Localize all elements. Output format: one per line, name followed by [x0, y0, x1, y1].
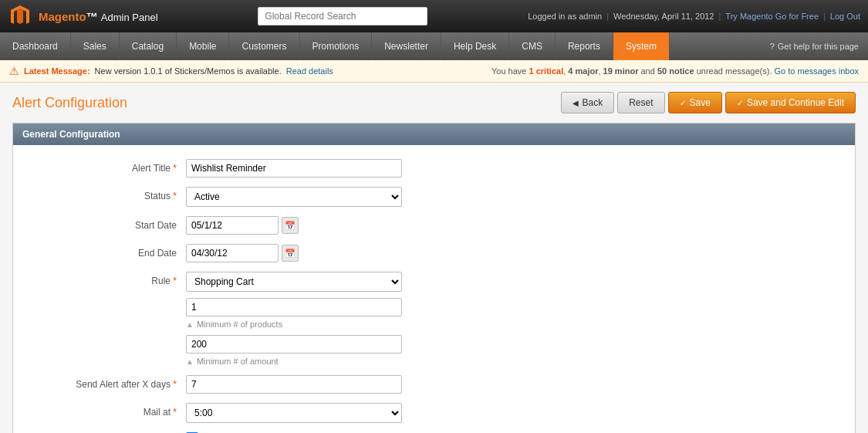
start-date-calendar-button[interactable]: 📅	[282, 217, 299, 234]
nav-item-sales[interactable]: Sales	[71, 32, 120, 60]
logo-magento: Magento	[39, 10, 86, 23]
right-text: You have	[491, 66, 526, 76]
end-date-input[interactable]	[186, 244, 279, 262]
nav-item-reports[interactable]: Reports	[556, 32, 613, 60]
start-date-input[interactable]	[186, 216, 279, 235]
section-header: General Configuration	[13, 123, 855, 145]
rule-field: Shopping Cart Wishlist Other ▲ Minimum #…	[186, 272, 846, 366]
save-label: Save	[690, 97, 711, 108]
hint-arrow-icon: ▲	[186, 320, 194, 329]
page-header: Alert Configuration ◀ Back Reset ✓ Save …	[12, 92, 856, 113]
save-button[interactable]: ✓ Save	[668, 92, 722, 113]
main-nav: Dashboard Sales Catalog Mobile Customers…	[0, 32, 868, 60]
minor-count: 19 minor	[603, 66, 639, 76]
search-input[interactable]	[258, 7, 427, 25]
mail-at-label: Mail at *	[22, 403, 177, 418]
send-after-row: Send Alert after X days *	[13, 370, 855, 398]
no-repeat-row: Do not send the alert twice to the same …	[13, 428, 855, 433]
nav-help[interactable]: ? Get help for this page	[761, 32, 868, 60]
end-date-field: 📅	[186, 244, 846, 262]
rule-label: Rule *	[22, 272, 177, 286]
required-star: *	[173, 163, 177, 174]
required-star: *	[173, 191, 177, 201]
top-bar: Magento™ Admin Panel Logged in as admin …	[0, 0, 868, 32]
rule-row: Rule * Shopping Cart Wishlist Other ▲ Mi…	[13, 267, 855, 370]
reset-label: Reset	[629, 97, 653, 108]
inbox-suffix: unread message(s).	[697, 66, 772, 76]
save-continue-label: Save and Continue Edit	[747, 97, 844, 108]
read-details-link[interactable]: Read details	[286, 66, 333, 76]
min-amount-hint: ▲ Minimum # of amount	[186, 357, 846, 366]
help-label: Get help for this page	[778, 42, 859, 51]
nav-item-dashboard[interactable]: Dashboard	[0, 32, 71, 60]
save-continue-icon: ✓	[737, 99, 743, 107]
action-buttons: ◀ Back Reset ✓ Save ✓ Save and Continue …	[561, 92, 856, 113]
min-products-input[interactable]	[186, 298, 402, 316]
try-magento-link[interactable]: Try Magento Go for Free	[725, 12, 819, 21]
mail-at-row: Mail at * 5:00 6:00 7:00 8:00	[13, 398, 855, 428]
message-text: New version 1.0.1 of Stickers/Memos is a…	[95, 66, 282, 76]
top-right-info: Logged in as admin | Wednesday, April 11…	[528, 12, 860, 21]
logout-link[interactable]: Log Out	[830, 12, 860, 21]
status-label: Status *	[22, 187, 177, 201]
latest-label: Latest Message:	[24, 66, 90, 76]
start-date-row: Start Date 📅	[13, 211, 855, 239]
inbox-link[interactable]: Go to messages inbox	[775, 66, 859, 76]
required-star: *	[173, 379, 177, 390]
status-select[interactable]: Active Inactive	[186, 187, 402, 207]
min-amount-input[interactable]	[186, 335, 402, 354]
end-date-wrap: 📅	[186, 244, 846, 262]
nav-item-helpdesk[interactable]: Help Desk	[441, 32, 509, 60]
required-star: *	[173, 407, 177, 418]
alert-title-input[interactable]	[186, 159, 402, 178]
major-count: 4 major	[568, 66, 598, 76]
status-field: Active Inactive	[186, 187, 846, 207]
min-products-hint: ▲ Minimum # of products	[186, 320, 846, 329]
logo: Magento™ Admin Panel	[8, 4, 158, 29]
logo-text: Magento™ Admin Panel	[39, 10, 158, 23]
end-date-row: End Date 📅	[13, 239, 855, 267]
nav-item-promotions[interactable]: Promotions	[300, 32, 373, 60]
notice-count: 50 notice	[657, 66, 694, 76]
alert-title-label: Alert Title *	[22, 159, 177, 174]
back-button[interactable]: ◀ Back	[561, 92, 615, 113]
start-date-label: Start Date	[22, 216, 177, 231]
critical-count: 1 critical	[529, 66, 564, 76]
mail-at-select[interactable]: 5:00 6:00 7:00 8:00	[186, 403, 402, 423]
status-row: Status * Active Inactive	[13, 182, 855, 211]
nav-item-catalog[interactable]: Catalog	[120, 32, 177, 60]
back-label: Back	[583, 97, 603, 108]
message-bar-right: You have 1 critical, 4 major, 19 minor a…	[491, 66, 859, 76]
mail-at-field: 5:00 6:00 7:00 8:00	[186, 403, 846, 423]
required-star: *	[173, 276, 177, 286]
nav-item-mobile[interactable]: Mobile	[177, 32, 229, 60]
nav-item-system[interactable]: System	[613, 32, 670, 60]
nav-item-customers[interactable]: Customers	[229, 32, 299, 60]
date-info: Wednesday, April 11, 2012	[613, 12, 714, 21]
send-after-input[interactable]	[186, 375, 402, 394]
send-after-field	[186, 375, 846, 394]
nav-item-newsletter[interactable]: Newsletter	[372, 32, 441, 60]
message-bar-left: ⚠ Latest Message: New version 1.0.1 of S…	[9, 65, 333, 77]
logo-sub: Admin Panel	[101, 12, 158, 23]
page-title: Alert Configuration	[12, 95, 127, 111]
content-area: Alert Configuration ◀ Back Reset ✓ Save …	[0, 83, 868, 433]
section-title: General Configuration	[22, 129, 120, 140]
search-box[interactable]	[258, 7, 427, 25]
alert-title-field	[186, 159, 846, 178]
magento-logo-icon	[8, 4, 32, 29]
hint-arrow-icon: ▲	[186, 357, 194, 366]
save-continue-button[interactable]: ✓ Save and Continue Edit	[725, 92, 856, 113]
send-after-label: Send Alert after X days *	[22, 375, 177, 390]
end-date-calendar-button[interactable]: 📅	[282, 245, 299, 262]
nav-item-cms[interactable]: CMS	[509, 32, 556, 60]
message-bar: ⚠ Latest Message: New version 1.0.1 of S…	[0, 60, 868, 83]
start-date-wrap: 📅	[186, 216, 846, 235]
save-icon: ✓	[680, 99, 686, 107]
section-body: Alert Title * Status * Active Inactive	[13, 145, 855, 433]
rule-select[interactable]: Shopping Cart Wishlist Other	[186, 272, 402, 292]
warning-icon: ⚠	[9, 65, 19, 77]
user-info: Logged in as admin	[528, 12, 602, 21]
reset-button[interactable]: Reset	[617, 92, 664, 113]
alert-title-row: Alert Title *	[13, 154, 855, 182]
